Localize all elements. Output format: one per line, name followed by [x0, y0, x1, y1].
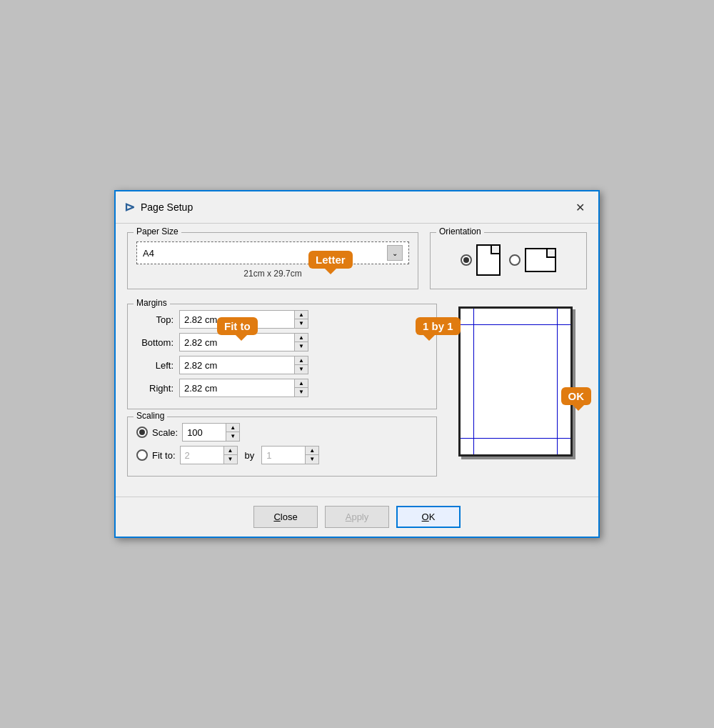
bottom-margin-down[interactable]: ▼: [295, 342, 308, 351]
paper-size-group: Paper Size A4 ⌄ 21cm x 29.7cm: [127, 232, 418, 289]
scale-row: Scale: ▲ ▼: [136, 423, 428, 442]
by-label: by: [245, 450, 255, 461]
orientation-group: Orientation: [430, 232, 587, 289]
left-margin-spinbox[interactable]: ▲ ▼: [179, 356, 308, 374]
right-margin-row: Right: ▲ ▼: [136, 379, 428, 397]
portrait-option[interactable]: [461, 244, 501, 276]
margins-label: Margins: [134, 298, 170, 308]
footer: Close Apply OK: [116, 497, 598, 537]
top-row: Paper Size A4 ⌄ 21cm x 29.7cm Orientatio…: [127, 232, 587, 296]
paper-size-select[interactable]: A4 ⌄: [136, 241, 409, 264]
portrait-icon: [476, 244, 501, 276]
fit-wide-up[interactable]: ▲: [224, 447, 237, 455]
dialog-body: Letter Paper Size A4 ⌄ 21cm x 29.7cm Ori…: [116, 224, 598, 491]
orientation-options: [439, 239, 578, 281]
scale-radio-dot: [139, 429, 145, 435]
fit-tall-arrows: ▲ ▼: [305, 447, 318, 464]
scale-input[interactable]: [183, 424, 226, 441]
top-margin-row: Top: ▲ ▼: [136, 310, 428, 329]
apply-button-label: Apply: [346, 512, 369, 522]
left-margin-label: Left:: [136, 360, 179, 371]
bottom-margin-up[interactable]: ▲: [295, 334, 308, 342]
page-preview: [458, 306, 573, 457]
top-margin-arrows: ▲ ▼: [294, 311, 308, 328]
portrait-radio-dot: [463, 257, 469, 263]
right-margin-up[interactable]: ▲: [295, 379, 308, 388]
callout-fit-to: Fit to: [217, 317, 258, 335]
fit-wide-spinbox[interactable]: ▲ ▼: [180, 446, 238, 464]
margins-group: Margins Top: ▲ ▼ Bottom:: [127, 304, 437, 409]
scale-spinbox[interactable]: ▲ ▼: [182, 423, 240, 442]
paper-size-label: Paper Size: [134, 226, 181, 236]
scale-down[interactable]: ▼: [226, 432, 239, 441]
margin-bottom-line: [461, 438, 570, 439]
left-margin-arrows: ▲ ▼: [294, 356, 308, 374]
landscape-icon: [525, 248, 556, 272]
callout-letter: Letter: [308, 251, 353, 269]
fit-row: Fit to: ▲ ▼ by ▲: [136, 446, 428, 464]
landscape-option[interactable]: [509, 248, 556, 272]
top-margin-up[interactable]: ▲: [295, 311, 308, 319]
margin-top-line: [461, 324, 570, 325]
left-col: Margins Top: ▲ ▼ Bottom:: [127, 304, 437, 484]
scale-arrows: ▲ ▼: [226, 424, 239, 441]
bottom-margin-row: Bottom: ▲ ▼: [136, 333, 428, 351]
margin-right-line: [557, 309, 558, 454]
left-margin-down[interactable]: ▼: [295, 365, 308, 374]
page-setup-dialog: ⊳ Page Setup ✕ Letter Paper Size A4 ⌄ 21…: [114, 190, 600, 538]
ok-button-label: OK: [422, 512, 436, 522]
fit-wide-input[interactable]: [181, 447, 223, 464]
ok-button[interactable]: OK: [396, 506, 461, 528]
portrait-radio[interactable]: [461, 254, 472, 266]
top-margin-label: Top:: [136, 314, 179, 325]
left-margin-up[interactable]: ▲: [295, 356, 308, 365]
fit-tall-spinbox[interactable]: ▲ ▼: [261, 446, 319, 464]
bottom-margin-label: Bottom:: [136, 337, 179, 348]
apply-button[interactable]: Apply: [325, 506, 389, 528]
fit-wide-arrows: ▲ ▼: [223, 447, 237, 464]
fit-wide-down[interactable]: ▼: [224, 455, 237, 464]
scale-radio[interactable]: [136, 427, 148, 438]
fit-tall-down[interactable]: ▼: [306, 455, 318, 464]
fit-tall-input[interactable]: [262, 447, 305, 464]
right-margin-spinbox[interactable]: ▲ ▼: [179, 379, 308, 397]
landscape-radio[interactable]: [509, 254, 521, 266]
app-icon: ⊳: [124, 199, 135, 215]
scaling-group: Scaling Scale: ▲ ▼: [127, 417, 437, 477]
fit-radio[interactable]: [136, 449, 148, 461]
fit-tall-up[interactable]: ▲: [306, 447, 318, 455]
right-margin-arrows: ▲ ▼: [294, 379, 308, 397]
left-margin-row: Left: ▲ ▼: [136, 356, 428, 374]
callout-ok: OK: [561, 387, 592, 405]
close-icon[interactable]: ✕: [570, 197, 590, 217]
right-margin-down[interactable]: ▼: [295, 388, 308, 397]
paper-dimensions: 21cm x 29.7cm: [136, 269, 409, 279]
right-margin-label: Right:: [136, 383, 179, 394]
close-button-label: Close: [273, 512, 297, 522]
right-margin-input[interactable]: [180, 379, 294, 397]
dialog-title: Page Setup: [141, 201, 564, 213]
paper-size-dropdown-arrow[interactable]: ⌄: [387, 245, 403, 261]
margin-left-line: [473, 309, 474, 454]
fit-label-text: Fit to:: [152, 450, 176, 461]
close-button[interactable]: Close: [253, 506, 318, 528]
top-margin-down[interactable]: ▼: [295, 319, 308, 328]
bottom-margin-arrows: ▲ ▼: [294, 334, 308, 351]
orientation-label: Orientation: [436, 226, 484, 236]
scale-up[interactable]: ▲: [226, 424, 239, 432]
title-bar: ⊳ Page Setup ✕: [116, 191, 598, 224]
left-margin-input[interactable]: [180, 356, 294, 374]
callout-1by1: 1 by 1: [416, 317, 461, 335]
scaling-label: Scaling: [134, 411, 167, 421]
scale-label-text: Scale:: [152, 427, 178, 438]
bottom-area: Margins Top: ▲ ▼ Bottom:: [127, 304, 587, 484]
